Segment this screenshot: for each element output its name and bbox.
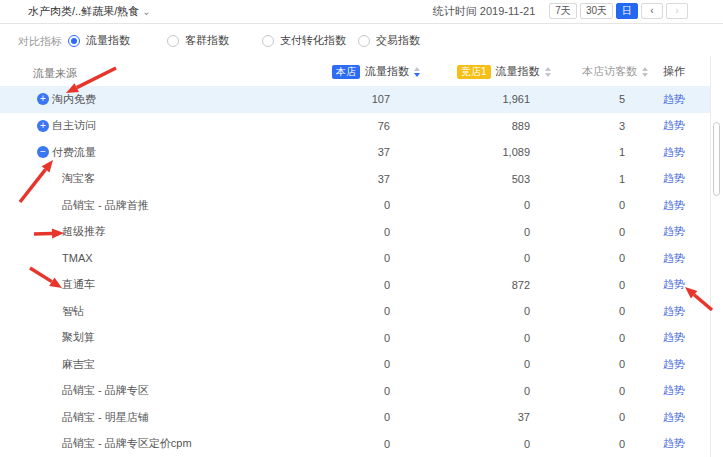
trend-link[interactable]: 趋势	[663, 404, 685, 431]
trend-link[interactable]: 趋势	[663, 272, 685, 299]
shop-index-value: 76	[300, 113, 390, 140]
shop-index-value: 0	[300, 378, 390, 405]
column-competitor-index[interactable]: 竞店1 流量指数	[457, 64, 551, 79]
trend-link[interactable]: 趋势	[663, 219, 685, 246]
radio-icon[interactable]	[262, 35, 274, 47]
traffic-source-label: 麻吉宝	[62, 351, 95, 378]
table-row: 品销宝 - 品牌专区定价cpm 0 0 0 趋势	[0, 431, 723, 457]
table-row: 品销宝 - 品牌首推 0 0 0 趋势	[0, 192, 723, 219]
shop-visitors-value: 0	[545, 192, 625, 219]
traffic-source-label: 智钻	[62, 298, 84, 325]
competitor-index-value: 503	[430, 166, 530, 193]
competitor-index-value: 889	[430, 113, 530, 140]
shop-visitors-value: 1	[545, 166, 625, 193]
radio-selected-icon[interactable]	[68, 35, 80, 47]
chevron-down-icon: ⌄	[142, 6, 150, 17]
competitor-index-value: 0	[430, 192, 530, 219]
range-30d-button[interactable]: 30天	[580, 3, 613, 19]
table-row: − 付费流量 37 1,089 1 趋势	[0, 139, 723, 166]
traffic-source-label: 品销宝 - 明星店铺	[62, 404, 149, 431]
scrollbar-thumb[interactable]	[713, 122, 720, 196]
category-breadcrumb[interactable]: 水产肉类/..鲜蔬果/熟食⌄	[28, 4, 151, 19]
compare-metric-bar: 对比指标 流量指数客群指数支付转化指数交易指数	[0, 25, 723, 55]
metric-radio-0[interactable]: 流量指数	[68, 33, 130, 48]
column-shop-visitors[interactable]: 本店访客数	[582, 64, 648, 79]
trend-link[interactable]: 趋势	[663, 192, 685, 219]
analytics-page: 水产肉类/..鲜蔬果/熟食⌄ 统计时间 2019-11-21 7天 30天 日 …	[0, 0, 723, 457]
trend-link[interactable]: 趋势	[663, 431, 685, 457]
competitor-index-value: 872	[430, 272, 530, 299]
date-controls: 统计时间 2019-11-21 7天 30天 日 ‹ ›	[433, 3, 688, 19]
shop-index-value: 0	[300, 431, 390, 457]
shop-index-value: 0	[300, 325, 390, 352]
table-row: 品销宝 - 品牌专区 0 0 0 趋势	[0, 378, 723, 405]
table-row: 品销宝 - 明星店铺 0 37 0 趋势	[0, 404, 723, 431]
trend-link[interactable]: 趋势	[663, 166, 685, 193]
range-7d-button[interactable]: 7天	[549, 3, 577, 19]
scrollbar-track[interactable]	[710, 56, 723, 457]
trend-link[interactable]: 趋势	[663, 113, 685, 140]
shop-visitors-value: 0	[545, 351, 625, 378]
metric-radio-label: 支付转化指数	[280, 33, 346, 48]
column-shop-index[interactable]: 本店 流量指数	[332, 64, 420, 79]
shop-visitors-value: 0	[545, 245, 625, 272]
trend-link[interactable]: 趋势	[663, 139, 685, 166]
competitor-index-value: 0	[430, 378, 530, 405]
table-row: + 自主访问 76 889 3 趋势	[0, 113, 723, 140]
traffic-source-label: 付费流量	[52, 139, 96, 166]
traffic-source-label: 淘宝客	[62, 166, 95, 193]
competitor-badge: 竞店1	[457, 65, 491, 79]
shop-visitors-value: 0	[545, 404, 625, 431]
range-day-button[interactable]: 日	[616, 3, 638, 19]
shop-visitors-value: 1	[545, 139, 625, 166]
shop-visitors-value: 0	[545, 298, 625, 325]
stat-time-label: 统计时间 2019-11-21	[433, 4, 536, 19]
traffic-source-label: 品销宝 - 品牌专区定价cpm	[62, 431, 192, 457]
traffic-source-label: 品销宝 - 品牌专区	[62, 378, 149, 405]
next-day-button[interactable]: ›	[666, 3, 688, 19]
competitor-index-value: 1,961	[430, 86, 530, 113]
shop-index-value: 0	[300, 298, 390, 325]
table-row: 直通车 0 872 0 趋势	[0, 272, 723, 299]
table-row: 聚划算 0 0 0 趋势	[0, 325, 723, 352]
metric-radio-1[interactable]: 客群指数	[167, 33, 229, 48]
table-row: 淘宝客 37 503 1 趋势	[0, 166, 723, 193]
trend-link[interactable]: 趋势	[663, 298, 685, 325]
shop-index-value: 0	[300, 272, 390, 299]
shop-index-value: 0	[300, 192, 390, 219]
table-row: 智钻 0 0 0 趋势	[0, 298, 723, 325]
table-row: 超级推荐 0 0 0 趋势	[0, 219, 723, 246]
trend-link[interactable]: 趋势	[663, 351, 685, 378]
trend-link[interactable]: 趋势	[663, 378, 685, 405]
expand-icon[interactable]: +	[37, 120, 49, 132]
shop-visitors-value: 0	[545, 219, 625, 246]
metric-radio-3[interactable]: 交易指数	[358, 33, 420, 48]
metric-radio-2[interactable]: 支付转化指数	[262, 33, 346, 48]
expand-icon[interactable]: +	[37, 93, 49, 105]
prev-day-button[interactable]: ‹	[641, 3, 663, 19]
shop-index-value: 0	[300, 219, 390, 246]
radio-icon[interactable]	[358, 35, 370, 47]
shop-visitors-value: 0	[545, 378, 625, 405]
competitor-index-value: 0	[430, 431, 530, 457]
shop-index-value: 107	[300, 86, 390, 113]
collapse-icon[interactable]: −	[37, 146, 49, 158]
traffic-source-label: 直通车	[62, 272, 95, 299]
sort-icon[interactable]	[642, 67, 648, 77]
shop-index-value: 37	[300, 139, 390, 166]
metric-radio-label: 交易指数	[376, 33, 420, 48]
traffic-source-label: 淘内免费	[52, 86, 96, 113]
sort-icon[interactable]	[545, 67, 551, 77]
trend-link[interactable]: 趋势	[663, 86, 685, 113]
competitor-index-value: 1,089	[430, 139, 530, 166]
trend-link[interactable]: 趋势	[663, 325, 685, 352]
table-row: TMAX 0 0 0 趋势	[0, 245, 723, 272]
date-range-group: 7天 30天 日 ‹ ›	[549, 3, 688, 19]
shop-visitors-value: 3	[545, 113, 625, 140]
metric-radio-label: 客群指数	[185, 33, 229, 48]
radio-icon[interactable]	[167, 35, 179, 47]
trend-link[interactable]: 趋势	[663, 245, 685, 272]
metric-radio-label: 流量指数	[86, 33, 130, 48]
sort-icon[interactable]	[414, 67, 420, 77]
top-bar: 水产肉类/..鲜蔬果/熟食⌄ 统计时间 2019-11-21 7天 30天 日 …	[0, 0, 723, 24]
